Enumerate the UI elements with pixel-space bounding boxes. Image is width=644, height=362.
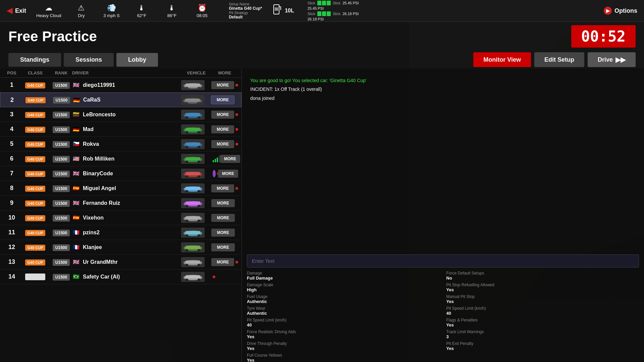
options-button[interactable]: ▶ Options bbox=[604, 7, 637, 15]
car-img-6 bbox=[181, 154, 205, 164]
signal-bar-1 bbox=[213, 160, 214, 162]
damage-scale-value: High bbox=[247, 287, 440, 292]
driver-name-7: BinaryCode bbox=[83, 171, 113, 177]
car-img-14 bbox=[181, 272, 205, 282]
more-btn-13[interactable]: MORE bbox=[211, 258, 234, 266]
force-aids-label: Force Realistic Driving Aids bbox=[247, 329, 440, 334]
red-dot-4 bbox=[235, 128, 238, 131]
driver-name-4: Mad bbox=[83, 126, 94, 132]
row-rank-5: U1500 bbox=[53, 141, 70, 148]
setting-pit-speed: Pit Speed Limit (km/h) 40 bbox=[247, 318, 440, 327]
more-btn-3[interactable]: MORE bbox=[211, 111, 234, 119]
tyre-tr-psi: 25.45 PSI bbox=[342, 1, 359, 5]
chat-input[interactable] bbox=[247, 254, 639, 267]
svg-rect-22 bbox=[185, 128, 200, 131]
row-rank-2: U1500 bbox=[53, 97, 70, 104]
pit-speed2-label: Pit Speed Limit (km/h) bbox=[446, 306, 639, 311]
setting-tyre-wear: Tyre Wear Authentic bbox=[247, 306, 440, 316]
row-class-1: G40 CUP bbox=[25, 82, 45, 88]
weather-temp1: 🌡 62°F bbox=[131, 4, 152, 18]
header-class: CLASS bbox=[20, 70, 50, 75]
cloud-label: Heavy Cloud bbox=[36, 13, 61, 18]
more-btn-1[interactable]: MORE bbox=[211, 81, 234, 89]
driver-name-9: Fernando Ruiz bbox=[83, 200, 120, 206]
row-rank-9: U1500 bbox=[53, 200, 70, 207]
setting-pit-refuel: Pit Stop Refuelling Allowed Yes bbox=[446, 283, 639, 292]
driver-name-11: pzins2 bbox=[83, 230, 100, 236]
row-rank-7: U1500 bbox=[53, 171, 70, 177]
more-btn-12[interactable]: MORE bbox=[211, 243, 235, 251]
row-pos-9: 9 bbox=[10, 199, 13, 206]
damage-value: Full Damage bbox=[247, 276, 440, 281]
tab-edit-setup[interactable]: Edit Setup bbox=[534, 52, 584, 67]
flags-label: Flags & Penalties bbox=[446, 318, 639, 322]
red-dot-3 bbox=[235, 113, 238, 116]
driver-info-5: 🇨🇿 Rokva bbox=[72, 141, 181, 147]
driver-info-7: 🇬🇧 BinaryCode bbox=[72, 171, 181, 177]
manual-pit-value: Yes bbox=[446, 299, 639, 304]
tyre-wear-value: Authentic bbox=[247, 311, 440, 316]
more-btn-10[interactable]: MORE bbox=[211, 214, 235, 222]
driver-info-2: 🇩🇪 CaRaS bbox=[72, 97, 181, 103]
row-rank-10: U1500 bbox=[53, 215, 70, 222]
more-btn-2[interactable]: MORE bbox=[211, 96, 234, 104]
setting-fuel-usage: Fuel Usage Authentic bbox=[247, 294, 440, 304]
row-class-3: G40 CUP bbox=[25, 112, 45, 118]
chat-msg-1: You are good to go! You selected car: 'G… bbox=[250, 77, 636, 84]
table-row: 12 G40 CUP U1500 🇫🇷 Klanjee MORE bbox=[0, 240, 241, 255]
row-class-11: G40 CUP bbox=[25, 230, 45, 236]
more-btn-7[interactable]: MORE bbox=[218, 170, 238, 178]
svg-rect-58 bbox=[185, 260, 200, 264]
more-btn-5[interactable]: MORE bbox=[211, 140, 234, 148]
chat-input-area[interactable] bbox=[247, 254, 639, 267]
flag-9: 🇬🇧 bbox=[72, 200, 80, 206]
more-btn-9[interactable]: MORE bbox=[211, 199, 235, 207]
drive-through-label: Drive Through Penalty bbox=[247, 341, 440, 346]
tab-monitor-view[interactable]: Monitor View bbox=[473, 52, 531, 67]
table-row: 1 G40 CUP U1500 🇬🇧 diego119991 MORE bbox=[0, 78, 241, 93]
more-btn-6[interactable]: MORE bbox=[220, 155, 240, 163]
tab-lobby[interactable]: Lobby bbox=[116, 53, 158, 67]
svg-rect-6 bbox=[275, 7, 278, 11]
more-btn-4[interactable]: MORE bbox=[211, 125, 234, 133]
more-btn-11[interactable]: MORE bbox=[211, 229, 235, 237]
signal-bars-6 bbox=[213, 156, 220, 162]
red-dot-14 bbox=[213, 276, 215, 278]
svg-rect-26 bbox=[185, 142, 200, 146]
track-limit-value: 3 bbox=[446, 334, 639, 339]
car-img-7 bbox=[181, 169, 205, 179]
car-img-4 bbox=[181, 124, 205, 134]
tyre-seg-4 bbox=[317, 11, 321, 16]
pit-refuel-label: Pit Stop Refuelling Allowed bbox=[446, 283, 639, 287]
svg-rect-54 bbox=[185, 246, 200, 249]
fuel-icon bbox=[272, 4, 282, 17]
tab-sessions[interactable]: Sessions bbox=[64, 53, 114, 67]
setting-damage: Damage Full Damage bbox=[247, 271, 440, 281]
full-course-label: Full Course Yellows bbox=[247, 353, 440, 358]
row-class-4: G40 CUP bbox=[25, 127, 45, 133]
tyre-tl-psi: 25.45 PSI bbox=[308, 6, 324, 10]
top-bar: ◀ Exit ☁ Heavy Cloud ⚠ Dry 💨 3 mph S 🌡 6… bbox=[0, 0, 644, 22]
flag-14: 🇧🇷 bbox=[72, 274, 80, 280]
driver-info-11: 🇫🇷 pzins2 bbox=[72, 230, 181, 236]
more-btn-8[interactable]: MORE bbox=[211, 184, 234, 192]
table-row-highlighted: 2 G40 CUP U1500 🇩🇪 CaRaS MORE bbox=[0, 93, 241, 107]
table-row: 6 G40 CUP U1500 🇺🇸 Rob Milliken bbox=[0, 152, 241, 166]
tyre-bl-type: Slick bbox=[308, 12, 315, 16]
exit-button[interactable]: ◀ Exit bbox=[7, 6, 26, 15]
driver-name-3: LeBroncesto bbox=[83, 112, 116, 118]
svg-rect-34 bbox=[185, 172, 200, 175]
pit-exit-label: Pit Exit Penalty bbox=[446, 341, 639, 346]
driver-info-13: 🇬🇧 Ur GrandMthr bbox=[72, 259, 181, 265]
setting-force-aids: Force Realistic Driving Aids Yes bbox=[247, 329, 440, 339]
flag-3: 🇱🇹 bbox=[72, 112, 80, 117]
temp1-label: 62°F bbox=[137, 13, 147, 18]
tab-drive[interactable]: Drive ▶▶ bbox=[588, 52, 636, 67]
flags-value: Yes bbox=[446, 322, 639, 327]
tab-standings[interactable]: Standings bbox=[8, 53, 61, 67]
fuel-usage-label: Fuel Usage bbox=[247, 294, 440, 299]
flag-4: 🇩🇪 bbox=[72, 127, 80, 132]
exit-label: Exit bbox=[15, 7, 26, 14]
car-img-1 bbox=[181, 80, 205, 90]
tyre-row-top: Slick Slick 25.45 PSI bbox=[308, 1, 359, 5]
